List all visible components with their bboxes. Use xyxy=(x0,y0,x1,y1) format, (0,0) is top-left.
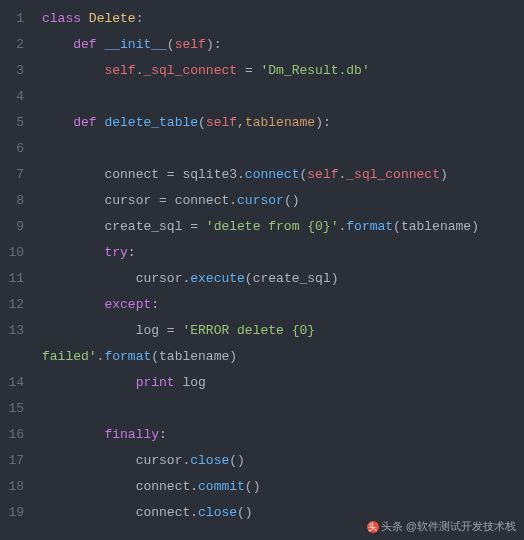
line-number: 19 xyxy=(0,500,32,526)
line-number: 9 xyxy=(0,214,32,240)
line-number: 17 xyxy=(0,448,32,474)
line-number: 18 xyxy=(0,474,32,500)
line-number: 2 xyxy=(0,32,32,58)
watermark-logo-icon: 头 xyxy=(367,521,379,533)
code-line xyxy=(42,136,524,162)
code-editor: 1 2 3 4 5 6 7 8 9 10 11 12 13 14 15 16 1… xyxy=(0,0,524,526)
code-line: cursor.execute(create_sql) xyxy=(42,266,524,292)
code-line: print log xyxy=(42,370,524,396)
line-number: 8 xyxy=(0,188,32,214)
line-number: 13 xyxy=(0,318,32,370)
code-line: finally: xyxy=(42,422,524,448)
line-number: 10 xyxy=(0,240,32,266)
code-line: log = 'ERROR delete {0} failed'.format(t… xyxy=(42,318,524,370)
code-content: class Delete: def __init__(self): self._… xyxy=(32,6,524,526)
code-line: class Delete: xyxy=(42,6,524,32)
line-number: 14 xyxy=(0,370,32,396)
watermark-text: 头条 @软件测试开发技术栈 xyxy=(381,520,516,532)
line-number: 16 xyxy=(0,422,32,448)
line-number: 3 xyxy=(0,58,32,84)
code-line: except: xyxy=(42,292,524,318)
code-line: self._sql_connect = 'Dm_Result.db' xyxy=(42,58,524,84)
line-number-gutter: 1 2 3 4 5 6 7 8 9 10 11 12 13 14 15 16 1… xyxy=(0,6,32,526)
code-line: cursor.close() xyxy=(42,448,524,474)
line-number: 12 xyxy=(0,292,32,318)
code-line: try: xyxy=(42,240,524,266)
code-line: def __init__(self): xyxy=(42,32,524,58)
code-line: connect.commit() xyxy=(42,474,524,500)
line-number: 1 xyxy=(0,6,32,32)
line-number: 15 xyxy=(0,396,32,422)
code-line: cursor = connect.cursor() xyxy=(42,188,524,214)
watermark: 头头条 @软件测试开发技术栈 xyxy=(367,518,516,535)
line-number: 6 xyxy=(0,136,32,162)
code-line: connect = sqlite3.connect(self._sql_conn… xyxy=(42,162,524,188)
code-line: create_sql = 'delete from {0}'.format(ta… xyxy=(42,214,524,240)
code-line xyxy=(42,396,524,422)
line-number: 7 xyxy=(0,162,32,188)
line-number: 4 xyxy=(0,84,32,110)
line-number: 11 xyxy=(0,266,32,292)
line-number: 5 xyxy=(0,110,32,136)
code-line: def delete_table(self,tablename): xyxy=(42,110,524,136)
code-line xyxy=(42,84,524,110)
